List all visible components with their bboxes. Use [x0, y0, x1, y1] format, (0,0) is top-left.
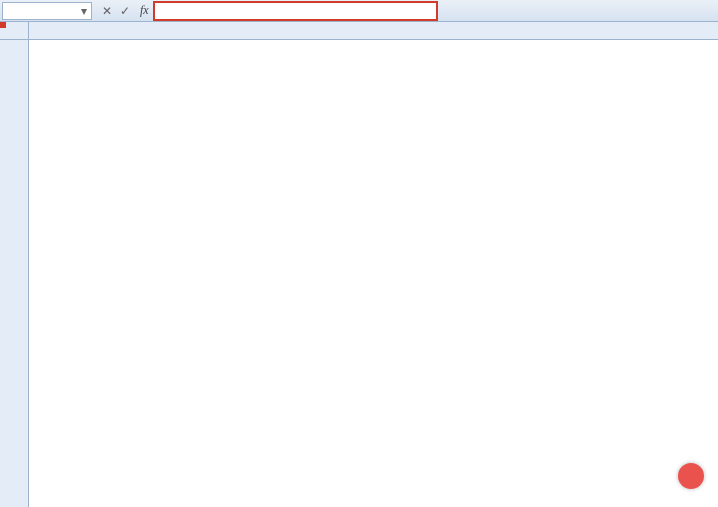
spreadsheet-grid — [0, 22, 718, 507]
column-headers — [29, 22, 718, 40]
name-box-dropdown-icon[interactable]: ▾ — [73, 4, 87, 18]
name-box[interactable]: ▾ — [2, 2, 92, 20]
row-headers — [0, 22, 29, 507]
cancel-icon[interactable]: ✕ — [98, 4, 116, 18]
select-all-corner[interactable] — [0, 22, 28, 40]
watermark-badge — [678, 463, 704, 489]
watermark — [678, 463, 710, 489]
fx-icon[interactable]: fx — [140, 3, 149, 18]
formula-input[interactable] — [153, 1, 438, 21]
confirm-icon[interactable]: ✓ — [116, 4, 134, 18]
formula-bar: ▾ ✕ ✓ fx — [0, 0, 718, 22]
